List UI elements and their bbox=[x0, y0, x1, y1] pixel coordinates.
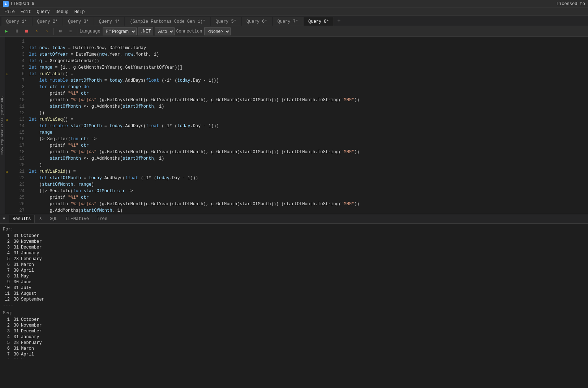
results-tab-sql[interactable]: SQL bbox=[46, 215, 61, 223]
menu-help[interactable]: Help bbox=[72, 9, 88, 15]
seq-results-table: 131October 230November 331December 431Ja… bbox=[3, 317, 47, 358]
app-icon: L bbox=[3, 1, 9, 7]
table-row: 831May bbox=[3, 357, 47, 358]
section-for-label: For: bbox=[3, 227, 585, 232]
grid-view-button[interactable]: ⊞ bbox=[56, 27, 65, 35]
language-label: Language bbox=[80, 29, 100, 34]
tab-query8[interactable]: Query 8* bbox=[304, 17, 334, 26]
app-title: LINQPad 6 bbox=[11, 1, 34, 7]
results-expand-icon[interactable]: ▼ bbox=[1, 216, 7, 221]
dotnet-button[interactable]: .NET bbox=[138, 27, 154, 35]
tab-query5[interactable]: Query 5* bbox=[211, 17, 241, 26]
language-select[interactable]: F# Program bbox=[103, 27, 137, 35]
menu-query[interactable]: Query bbox=[34, 9, 53, 15]
table-row: 631March bbox=[3, 262, 47, 268]
table-row: 331December bbox=[3, 245, 47, 250]
results-tabs: ▼ Results λ SQL IL+Native Tree bbox=[0, 214, 588, 224]
warning-column: ⚠ ⚠ ⚠ bbox=[5, 37, 12, 214]
tab-bar: Query 1* Query 2* Query 3* Query 4* (Sam… bbox=[0, 16, 588, 26]
results-tab-results[interactable]: Results bbox=[9, 215, 35, 223]
table-row: 230November bbox=[3, 239, 47, 245]
results-tab-lambda[interactable]: λ bbox=[35, 215, 45, 223]
toolbar: ▶ ⏸ ⏹ ⚡ ⚡ ⊞ ≡ Language F# Program .NET A… bbox=[0, 26, 588, 37]
auto-select[interactable]: Auto bbox=[155, 27, 175, 35]
connection-label: Connection bbox=[176, 29, 202, 34]
table-row: 528February bbox=[3, 340, 47, 346]
tab-sample[interactable]: (Sample Fantomas Code Gen 1)* bbox=[125, 17, 210, 26]
tab-add-button[interactable]: + bbox=[335, 17, 343, 26]
tab-query2[interactable]: Query 2* bbox=[33, 17, 63, 26]
table-row: 730April bbox=[3, 352, 47, 357]
results-area: ▼ Results λ SQL IL+Native Tree For: 131O… bbox=[0, 214, 588, 358]
title-bar: L LINQPad 6 Licensed to bbox=[0, 0, 588, 8]
table-row: 930June bbox=[3, 279, 47, 285]
debug-button2[interactable]: ⚡ bbox=[43, 27, 51, 35]
main-area: Show Explorer Panel (Shift+F8) ⚠ ⚠ ⚠ bbox=[0, 37, 588, 388]
tab-query3[interactable]: Query 3* bbox=[63, 17, 94, 26]
table-row: 1031July bbox=[3, 285, 47, 291]
toolbar-sep1 bbox=[53, 28, 54, 35]
tab-query4[interactable]: Query 4* bbox=[94, 17, 125, 26]
table-row: 631March bbox=[3, 346, 47, 352]
menu-edit[interactable]: Edit bbox=[18, 9, 34, 15]
debug-button1[interactable]: ⚡ bbox=[33, 27, 41, 35]
table-row: 730April bbox=[3, 268, 47, 273]
run-button[interactable]: ▶ bbox=[2, 27, 11, 35]
table-row: 1131August bbox=[3, 291, 47, 297]
menu-file[interactable]: File bbox=[1, 9, 18, 15]
for-results-table: 131October 230November 331December 431Ja… bbox=[3, 233, 47, 302]
toolbar-sep2 bbox=[77, 28, 77, 35]
table-row: 230November bbox=[3, 323, 47, 328]
stop-button[interactable]: ⏹ bbox=[22, 27, 31, 35]
results-tab-ilnative[interactable]: IL+Native bbox=[62, 215, 93, 223]
line-numbers: 12345 678910 1112131415 1617181920 21222… bbox=[12, 37, 26, 214]
tab-query1[interactable]: Query 1* bbox=[1, 17, 32, 26]
menu-debug[interactable]: Debug bbox=[53, 9, 72, 15]
section-seq-label: Seq: bbox=[3, 310, 585, 316]
results-tab-tree[interactable]: Tree bbox=[93, 215, 111, 223]
table-row: 528February bbox=[3, 256, 47, 262]
connection-select[interactable]: <None> bbox=[204, 27, 231, 35]
table-row: 831May bbox=[3, 273, 47, 279]
menu-bar: File Edit Query Debug Help bbox=[0, 8, 588, 16]
sep1: ---- bbox=[3, 303, 585, 309]
table-row: 131October bbox=[3, 317, 47, 323]
pause-button[interactable]: ⏸ bbox=[12, 27, 21, 35]
table-row: 1230September bbox=[3, 297, 47, 302]
table-row: 431January bbox=[3, 250, 47, 256]
table-row: 431January bbox=[3, 334, 47, 340]
results-content[interactable]: For: 131October 230November 331December … bbox=[0, 224, 588, 358]
tab-query7[interactable]: Query 7* bbox=[273, 17, 303, 26]
table-row: 131October bbox=[3, 233, 47, 239]
tab-query6[interactable]: Query 6* bbox=[242, 17, 272, 26]
side-panel-toggle[interactable]: Show Explorer Panel (Shift+F8) bbox=[0, 37, 5, 214]
editor-area: Show Explorer Panel (Shift+F8) ⚠ ⚠ ⚠ bbox=[0, 37, 588, 214]
table-row: 331December bbox=[3, 328, 47, 334]
code-editor[interactable]: let now, today = DateTime.Now, DateTime.… bbox=[26, 37, 588, 214]
license-text: Licensed to bbox=[557, 1, 585, 7]
table-view-button[interactable]: ≡ bbox=[66, 27, 75, 35]
